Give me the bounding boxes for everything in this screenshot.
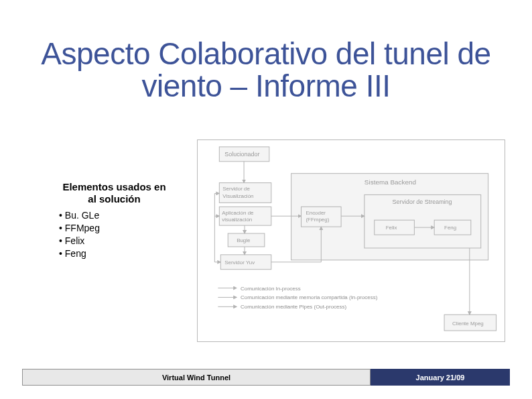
sidebar-heading: Elementos usados en al solución (59, 181, 170, 205)
svg-text:Feng: Feng (444, 225, 456, 231)
footer-right: January 21/09 (371, 369, 510, 386)
footer-left: Virtual Wind Tunnel (22, 369, 371, 386)
svg-text:(FFmpeg): (FFmpeg) (306, 217, 329, 223)
list-item: Feng (59, 247, 170, 260)
box-servidor-viz-l2: Visualización (222, 193, 253, 199)
diagram-svg: Solucionador Servidor de Visualización S… (198, 140, 505, 341)
svg-text:Comunicación mediante memoria : Comunicación mediante memoria compartida… (241, 294, 378, 300)
sidebar-list: Bu. GLe FFMpeg Felix Feng (59, 209, 170, 260)
svg-text:Aplicación de: Aplicación de (222, 210, 254, 216)
svg-text:Encoder: Encoder (306, 210, 326, 216)
box-servidor-viz-l1: Servidor de (222, 186, 250, 192)
elements-sidebar: Elementos usados en al solución Bu. GLe … (59, 181, 170, 260)
svg-text:Comunicación mediante Pipes (O: Comunicación mediante Pipes (Out-process… (241, 304, 346, 310)
architecture-diagram: Solucionador Servidor de Visualización S… (197, 139, 505, 342)
svg-text:Cliente Mpeg: Cliente Mpeg (452, 321, 484, 327)
svg-text:Felix: Felix (386, 225, 397, 231)
svg-text:Bugle: Bugle (237, 237, 251, 243)
svg-text:visualización: visualización (222, 217, 252, 223)
svg-text:Servidor Yuv: Servidor Yuv (224, 260, 255, 266)
slide-title: Aspecto Colaborativo del tunel de viento… (0, 38, 532, 103)
svg-text:Comunicación In-process: Comunicación In-process (241, 286, 301, 292)
svg-text:Sistema Backend: Sistema Backend (364, 178, 416, 186)
list-item: Felix (59, 235, 170, 247)
svg-text:Servidor de Streaming: Servidor de Streaming (393, 198, 452, 205)
footer-bar: Virtual Wind Tunnel January 21/09 (22, 369, 510, 386)
list-item: FFMpeg (59, 222, 170, 235)
box-solucionador: Solucionador (224, 151, 259, 158)
list-item: Bu. GLe (59, 209, 170, 222)
